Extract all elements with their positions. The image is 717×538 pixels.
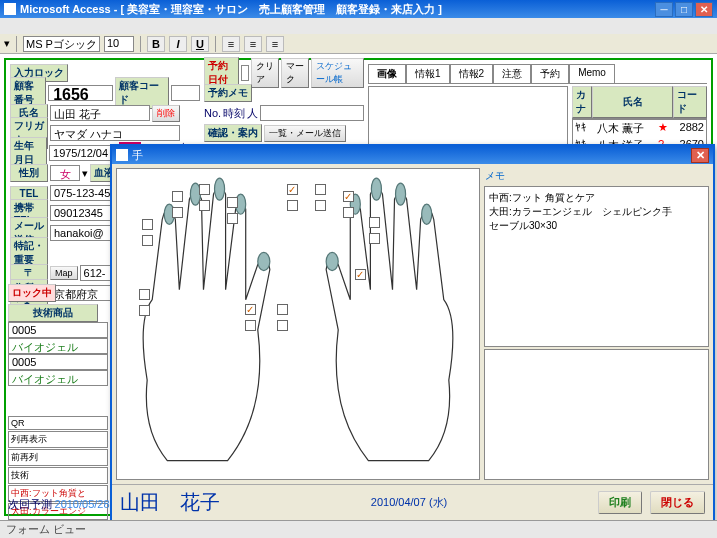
finger-cb-l4o[interactable]: [172, 191, 183, 202]
list-mail-button[interactable]: 一覧・メール送信: [264, 125, 346, 142]
customer-id[interactable]: 1656: [48, 85, 112, 101]
delete-button[interactable]: 削除: [152, 105, 180, 122]
finger-cb-l1i[interactable]: [245, 320, 256, 331]
finger-cb-l-ex1[interactable]: [139, 289, 150, 300]
bottom-link[interactable]: 列再表示: [8, 431, 108, 448]
lock-tab[interactable]: ロック中: [8, 284, 56, 302]
memo-panel: メモ 中西:フット 角質とケア 大田:カラーエンジェル シェルピンク手 セーブル…: [484, 168, 709, 480]
menubar: [0, 18, 717, 34]
finger-cb-l3o[interactable]: [199, 184, 210, 195]
finger-cb-r1i[interactable]: [277, 320, 288, 331]
finger-cb-r2i[interactable]: [287, 200, 298, 211]
app-icon: [4, 3, 16, 15]
list-item[interactable]: ﾔｷ八木 薫子★2882: [573, 120, 706, 137]
dob-input[interactable]: 1975/12/04: [49, 145, 117, 161]
toolbar: ▾ MS Pゴシック 10 B I U ≡ ≡ ≡: [0, 34, 717, 54]
bold-button[interactable]: B: [147, 36, 165, 52]
align-left-button[interactable]: ≡: [222, 36, 240, 52]
finger-cb-l2i[interactable]: [227, 213, 238, 224]
underline-button[interactable]: U: [191, 36, 209, 52]
popup-title-text: 手: [132, 148, 143, 163]
memo-label: メモ: [484, 168, 709, 184]
map-button[interactable]: Map: [50, 266, 78, 280]
popup-customer-name: 山田 花子: [120, 489, 220, 516]
tab-image[interactable]: 画像: [368, 64, 406, 83]
svg-point-4: [258, 252, 270, 270]
gender-label: 性別: [10, 164, 48, 182]
finger-cb-l5i[interactable]: [142, 235, 153, 246]
svg-point-9: [326, 252, 338, 270]
reserve-line-input[interactable]: [260, 105, 364, 121]
finger-cb-r5i[interactable]: [369, 233, 380, 244]
align-center-button[interactable]: ≡: [244, 36, 262, 52]
finger-cb-l-ex2[interactable]: [139, 305, 150, 316]
list-hdr-kana: カナ: [572, 86, 592, 118]
tech-code-2[interactable]: 0005: [8, 354, 108, 370]
align-right-button[interactable]: ≡: [266, 36, 284, 52]
print-button[interactable]: 印刷: [598, 491, 642, 514]
finger-cb-r1o[interactable]: [277, 304, 288, 315]
popup-titlebar[interactable]: 手 ✕: [112, 146, 713, 164]
font-select[interactable]: MS Pゴシック: [23, 36, 100, 52]
popup-date: 2010/04/07 (水): [228, 495, 590, 510]
finger-cb-r4i[interactable]: [343, 207, 354, 218]
bottom-link[interactable]: 技術: [8, 467, 108, 484]
toolbar-icon[interactable]: ▾: [4, 37, 10, 50]
app-titlebar: Microsoft Access - [ 美容室・理容室・サロン 売上顧客管理 …: [0, 0, 717, 18]
svg-point-6: [396, 183, 406, 205]
reserve-date-input[interactable]: [241, 65, 249, 81]
next-pred-label: 次回予測: [8, 498, 52, 510]
svg-point-5: [422, 204, 432, 224]
finger-cb-r3o[interactable]: [315, 184, 326, 195]
tech-name-2[interactable]: バイオジェル: [8, 370, 108, 386]
list-hdr-name: 氏名: [592, 86, 673, 118]
no-label: No.: [204, 107, 221, 119]
customer-code[interactable]: [171, 85, 200, 101]
popup-close2-button[interactable]: 閉じる: [650, 491, 705, 514]
app-title: Microsoft Access - [ 美容室・理容室・サロン 売上顧客管理 …: [20, 2, 442, 17]
gender-value[interactable]: 女: [50, 165, 80, 181]
person-label: 人: [247, 106, 258, 121]
maximize-button[interactable]: □: [675, 2, 693, 17]
svg-point-7: [371, 178, 381, 200]
memo-textarea[interactable]: 中西:フット 角質とケア 大田:カラーエンジェル シェルピンク手 セーブル30×…: [484, 186, 709, 347]
tech-code-1[interactable]: 0005: [8, 322, 108, 338]
tech-header: 技術商品: [8, 304, 98, 322]
popup-icon: [116, 149, 128, 161]
memo-textarea-2[interactable]: [484, 349, 709, 480]
svg-point-2: [215, 178, 225, 200]
time-label: 時刻: [223, 106, 245, 121]
finger-cb-r3i[interactable]: [315, 200, 326, 211]
reserve-memo-label: 予約メモ: [204, 84, 252, 102]
close-button[interactable]: ✕: [695, 2, 713, 17]
finger-cb-r2o[interactable]: [287, 184, 298, 195]
font-size-select[interactable]: 10: [104, 36, 134, 52]
tab-info1[interactable]: 情報1: [406, 64, 450, 83]
hand-canvas[interactable]: [116, 168, 480, 480]
finger-cb-l5o[interactable]: [142, 219, 153, 230]
customer-kana[interactable]: ヤマダ ハナコ: [50, 125, 180, 141]
bottom-link[interactable]: 前再列: [8, 449, 108, 466]
popup-close-button[interactable]: ✕: [691, 148, 709, 163]
image-tabbar: 画像 情報1 情報2 注意 予約 Memo: [368, 64, 707, 84]
finger-cb-l4i[interactable]: [172, 207, 183, 218]
statusbar: フォーム ビュー: [0, 520, 717, 538]
finger-cb-r4o[interactable]: [343, 191, 354, 202]
list-hdr-code: コード: [673, 86, 707, 118]
tab-memo[interactable]: Memo: [569, 64, 615, 83]
tab-warning[interactable]: 注意: [493, 64, 531, 83]
tab-reserve[interactable]: 予約: [531, 64, 569, 83]
finger-cb-l3i[interactable]: [199, 200, 210, 211]
finger-cb-l1o[interactable]: [245, 304, 256, 315]
dropdown-icon[interactable]: ▾: [82, 167, 88, 180]
finger-cb-l2o[interactable]: [227, 197, 238, 208]
tech-name-1[interactable]: バイオジェル: [8, 338, 108, 354]
tab-info2[interactable]: 情報2: [450, 64, 494, 83]
customer-name[interactable]: 山田 花子: [50, 105, 150, 121]
minimize-button[interactable]: ─: [655, 2, 673, 17]
italic-button[interactable]: I: [169, 36, 187, 52]
popup-footer: 山田 花子 2010/04/07 (水) 印刷 閉じる: [112, 484, 713, 520]
finger-cb-r-ex1[interactable]: [355, 269, 366, 280]
bottom-link[interactable]: QR: [8, 416, 108, 430]
finger-cb-r5o[interactable]: [369, 217, 380, 228]
